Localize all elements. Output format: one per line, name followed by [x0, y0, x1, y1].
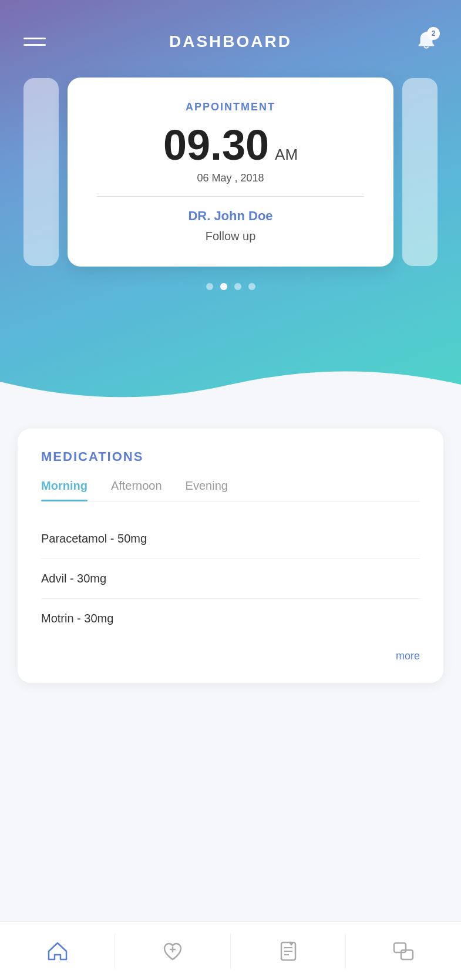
bottom-nav: [0, 921, 461, 980]
medications-card: MEDICATIONS Morning Afternoon Evening Pa…: [18, 429, 443, 683]
notification-bell[interactable]: 2: [415, 29, 438, 54]
header-wave: [0, 352, 461, 411]
tab-afternoon[interactable]: Afternoon: [111, 479, 162, 501]
dot-4[interactable]: [248, 283, 255, 290]
med-item-3: Motrin - 30mg: [41, 599, 420, 638]
records-icon: [277, 939, 300, 963]
header-background: DASHBOARD 2 APPOINTMENT 09.30 AM 06 May …: [0, 0, 461, 411]
nav-home[interactable]: [0, 922, 115, 980]
appointment-time: 09.30 AM: [97, 124, 364, 166]
svg-rect-9: [394, 943, 406, 952]
medications-title: MEDICATIONS: [41, 449, 420, 464]
medications-list: Paracetamol - 50mg Advil - 30mg Motrin -…: [41, 519, 420, 638]
home-icon: [46, 939, 69, 963]
top-nav: DASHBOARD 2: [0, 0, 461, 66]
appointment-type: Follow up: [97, 230, 364, 243]
tab-evening[interactable]: Evening: [186, 479, 228, 501]
page-title: DASHBOARD: [169, 32, 292, 51]
tab-morning[interactable]: Morning: [41, 479, 88, 501]
med-item-2: Advil - 30mg: [41, 559, 420, 599]
appointment-label: APPOINTMENT: [97, 101, 364, 113]
dot-3[interactable]: [234, 283, 241, 290]
card-side-left: [23, 78, 59, 266]
nav-chat[interactable]: [346, 922, 461, 980]
appointment-date: 06 May , 2018: [97, 172, 364, 184]
notification-badge: 2: [427, 27, 440, 40]
more-link-container: more: [41, 650, 420, 662]
med-item-1: Paracetamol - 50mg: [41, 519, 420, 559]
medications-tabs: Morning Afternoon Evening: [41, 479, 420, 501]
dot-1[interactable]: [206, 283, 213, 290]
more-link[interactable]: more: [396, 650, 420, 662]
main-content: MEDICATIONS Morning Afternoon Evening Pa…: [0, 411, 461, 939]
health-icon: [161, 939, 184, 963]
card-side-right: [402, 78, 438, 266]
appointment-ampm: AM: [275, 146, 298, 164]
nav-health[interactable]: [115, 922, 230, 980]
menu-button[interactable]: [23, 38, 46, 46]
chat-icon: [392, 939, 415, 963]
svg-rect-10: [401, 950, 413, 959]
appointment-doctor: DR. John Doe: [97, 208, 364, 224]
nav-records[interactable]: [231, 922, 346, 980]
dot-2[interactable]: [220, 283, 227, 290]
carousel: APPOINTMENT 09.30 AM 06 May , 2018 DR. J…: [0, 66, 461, 267]
carousel-dots: [0, 267, 461, 302]
appointment-time-value: 09.30: [163, 124, 269, 166]
appointment-card: APPOINTMENT 09.30 AM 06 May , 2018 DR. J…: [68, 78, 393, 267]
appointment-divider: [97, 196, 364, 197]
